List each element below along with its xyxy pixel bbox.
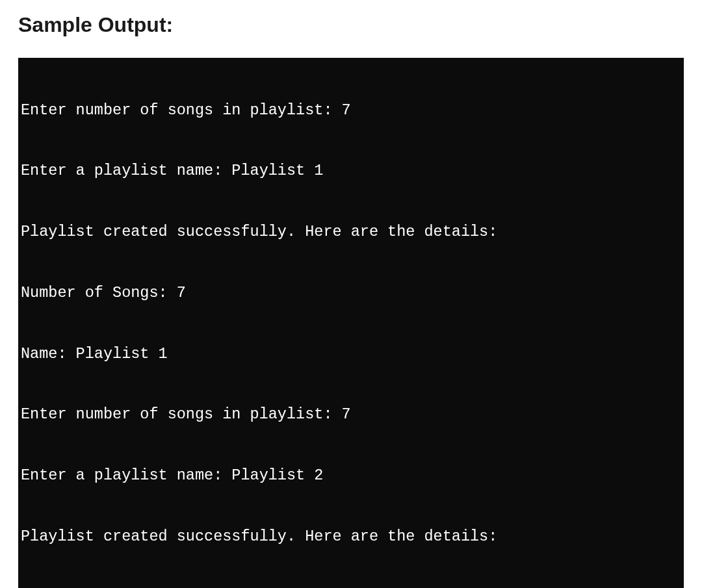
terminal-line: Playlist created successfully. Here are … (21, 222, 681, 242)
terminal-line: Name: Playlist 1 (21, 344, 681, 364)
terminal-line: Enter a playlist name: Playlist 2 (21, 465, 681, 485)
terminal-output: Enter number of songs in playlist: 7 Ent… (18, 58, 684, 588)
terminal-line: Playlist created successfully. Here are … (21, 526, 681, 546)
terminal-line: Number of Songs: 7 (21, 283, 681, 303)
terminal-line: Enter number of songs in playlist: 7 (21, 404, 681, 424)
section-heading: Sample Output: (18, 13, 684, 37)
terminal-line: Enter number of songs in playlist: 7 (21, 100, 681, 120)
terminal-line: Enter a playlist name: Playlist 1 (21, 160, 681, 181)
